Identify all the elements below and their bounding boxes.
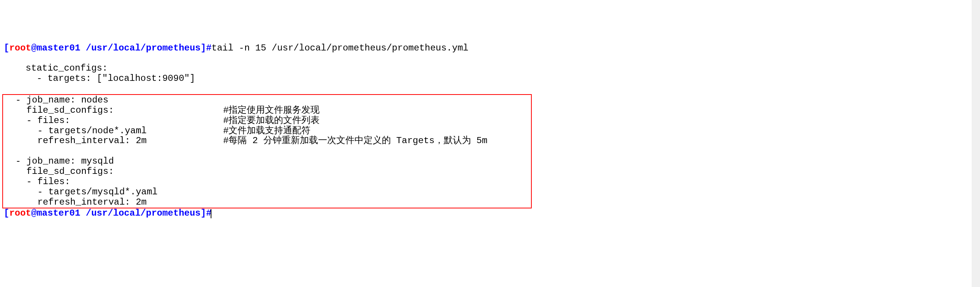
command-text: tail -n 15 /usr/local/prometheus/prometh…	[212, 43, 468, 53]
prompt-at-2: @	[31, 208, 37, 218]
box-targets-mysqld: - targets/mysqld*.yaml	[5, 187, 158, 197]
box-job-mysqld: - job_name: mysqld	[5, 156, 114, 166]
output-targets-localhost: - targets: ["localhost:9090"]	[4, 73, 195, 83]
prompt-at: @	[31, 43, 37, 53]
output-static-configs: static_configs:	[4, 63, 108, 73]
bracket-open: [	[4, 43, 9, 53]
highlighted-config-box: - job_name: nodes file_sd_configs: #指定使用…	[2, 94, 532, 209]
box-file-sd-configs-1: file_sd_configs: #指定使用文件服务发现	[5, 105, 320, 115]
box-files-2: - files:	[5, 177, 70, 187]
bracket-open-2: [	[4, 208, 9, 218]
bracket-close-2: ]	[201, 208, 206, 218]
prompt-host: master01	[37, 43, 80, 53]
bracket-close: ]	[201, 43, 206, 53]
terminal-output[interactable]: [root@master01 /usr/local/prometheus]#ta…	[4, 43, 980, 218]
prompt-line-2: [root@master01 /usr/local/prometheus]#	[4, 208, 212, 218]
prompt-host-2: master01	[37, 208, 80, 218]
prompt-space-2	[81, 208, 86, 218]
prompt-line-1: [root@master01 /usr/local/prometheus]#ta…	[4, 43, 468, 53]
prompt-path: /usr/local/prometheus	[86, 43, 200, 53]
vertical-scrollbar[interactable]	[972, 0, 980, 287]
prompt-path-2: /usr/local/prometheus	[86, 208, 200, 218]
prompt-user: root	[9, 43, 31, 53]
box-refresh-1: refresh_interval: 2m #每隔 2 分钟重新加载一次文件中定义…	[5, 136, 487, 146]
box-file-sd-configs-2: file_sd_configs:	[5, 166, 114, 177]
box-job-nodes: - job_name: nodes	[5, 95, 108, 105]
box-targets-node: - targets/node*.yaml #文件加载支持通配符	[5, 126, 311, 136]
box-refresh-2: refresh_interval: 2m	[5, 197, 146, 207]
prompt-hash: #	[206, 43, 212, 53]
prompt-user-2: root	[9, 208, 31, 218]
cursor-icon	[211, 209, 212, 218]
box-files-1: - files: #指定要加载的文件列表	[5, 115, 320, 126]
prompt-space	[81, 43, 86, 53]
